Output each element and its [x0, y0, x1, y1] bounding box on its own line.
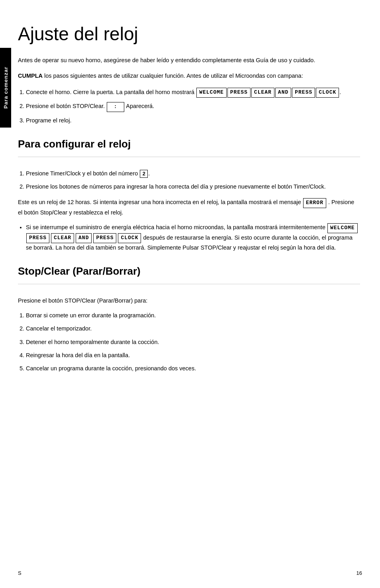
step1-suffix: . [339, 89, 341, 95]
stopclear-item3: Detener el horno temporalmente durante l… [26, 338, 360, 347]
lcd-clock: CLOCK [316, 88, 339, 98]
lcd-press-b: PRESS [93, 233, 116, 243]
lcd-welcome-b: WELCOME [327, 223, 358, 233]
sidebar-tab: Para comenzar [0, 48, 11, 128]
sidebar-label: Para comenzar [3, 67, 9, 109]
stopclear-list: Borrar si comete un error durante la pro… [26, 311, 360, 373]
step1-prefix: Conecte el horno. Cierre la puerta. La p… [26, 89, 196, 95]
footer-center: 16 [356, 570, 362, 576]
divider-1 [18, 157, 360, 157]
main-steps-list: Conecte el horno. Cierre la puerta. La p… [26, 88, 360, 125]
boxed-number-2: 2 [140, 170, 148, 178]
section-configurar-title: Para configurar el reloj [18, 138, 360, 150]
stopclear-item1: Borrar si comete un error durante la pro… [26, 311, 360, 320]
lcd-clear-b: CLEAR [51, 233, 74, 243]
footer: S 16 [0, 570, 380, 576]
configurar-list: Presione Timer/Clock y el botón del núme… [26, 169, 360, 191]
lcd-and: AND [275, 88, 291, 98]
lcd-time: : [107, 102, 124, 112]
lcd-welcome: WELCOME [196, 88, 227, 98]
lcd-error: ERROR [303, 198, 326, 208]
lcd-clear: CLEAR [251, 88, 274, 98]
configurar-body1-text: Este es un reloj de 12 horas. Si intenta… [18, 199, 303, 205]
stopclear-item5: Cancelar un programa durante la cocción,… [26, 364, 360, 373]
intro-paragraph2: CUMPLA los pasos siguientes antes de uti… [18, 72, 360, 81]
step2-prefix: Presione el botón STOP/Clear. [26, 103, 105, 109]
configurar-item1: Presione Timer/Clock y el botón del núme… [26, 169, 360, 178]
step-1: Conecte el horno. Cierre la puerta. La p… [26, 88, 360, 98]
step-3: Programe el reloj. [26, 116, 360, 125]
configurar-bullet-list: Si se interrumpe el suministro de energí… [26, 223, 360, 252]
main-content: Ajuste del reloj Antes de operar su nuev… [18, 0, 360, 411]
step2-suffix: Aparecerá. [126, 103, 154, 109]
page-title: Ajuste del reloj [18, 24, 360, 44]
bullet1-prefix: Si se interrumpe el suministro de energí… [26, 224, 327, 230]
lcd-press1: PRESS [227, 88, 251, 98]
stopclear-item4: Reingresar la hora del día en la pantall… [26, 351, 360, 360]
lcd-press2: PRESS [292, 88, 315, 98]
divider-2 [18, 284, 360, 284]
stopclear-item2: Cancelar el temporizador. [26, 324, 360, 333]
configurar-item1-text: Presione Timer/Clock y el botón del núme… [26, 170, 139, 177]
lcd-clock-b: CLOCK [118, 233, 141, 243]
lcd-press-a: PRESS [26, 233, 49, 243]
step-2: Presione el botón STOP/Clear. : Aparecer… [26, 102, 360, 112]
cumpla-label: CUMPLA [18, 73, 43, 79]
intro-paragraph1: Antes de operar su nuevo horno, asegúres… [18, 56, 360, 65]
lcd-and-b: AND [76, 233, 92, 243]
bullet-item-1: Si se interrumpe el suministro de energí… [26, 223, 360, 252]
intro-paragraph2-text: los pasos siguientes antes de utilizar c… [43, 73, 303, 79]
configurar-item2: Presione los botones de números para ing… [26, 182, 360, 191]
configurar-body1: Este es un reloj de 12 horas. Si intenta… [18, 198, 360, 217]
footer-left: S [18, 570, 22, 576]
stopclear-intro: Presione el botón STOP/Clear (Parar/Borr… [18, 296, 360, 305]
section-stopclear-title: Stop/Clear (Parar/Borrar) [18, 265, 360, 277]
lcd-row-2: PRESS CLEAR AND PRESS CLOCK [26, 233, 141, 243]
lcd-row-1: WELCOME PRESS CLEAR AND PRESS CLOCK [196, 88, 339, 98]
